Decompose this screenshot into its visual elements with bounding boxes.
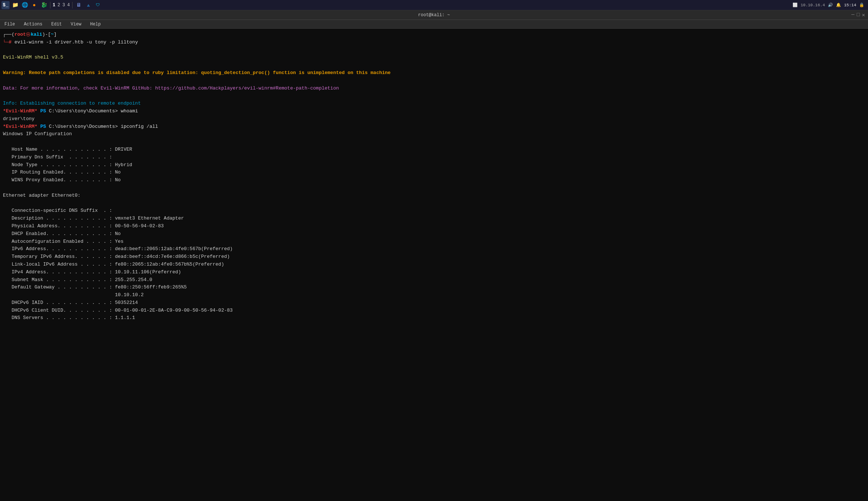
taskbar-separator [50,2,50,8]
workspace-4[interactable]: 4 [67,3,70,8]
menu-help[interactable]: Help [89,22,102,27]
ip-address: 10.10.16.4 [801,3,825,7]
data-line: Data: For more information, check Evil-W… [3,85,865,92]
menubar: File Actions Edit View Help [0,20,868,29]
ipconfig-line: DNS Servers . . . . . . . . . . . : 1.1.… [3,314,865,322]
ipconfig-line: DHCP Enabled. . . . . . . . . . . : No [3,230,865,238]
blank-line-3 [3,92,865,100]
clock: 15:14 [844,3,856,7]
ipconfig-line: Autoconfiguration Enabled . . . . : Yes [3,238,865,246]
workspace-1[interactable]: 1 [53,3,55,8]
ipconfig-line: IP Routing Enabled. . . . . . . . : No [3,169,865,176]
prompt-line-3: *Evil-WinRM* PS C:\Users\tony\Documents>… [3,123,865,131]
window-title: root@kali: ~ [418,13,450,18]
ipconfig-line: WINS Proxy Enabled. . . . . . . . : No [3,176,865,184]
ipconfig-line [3,200,865,207]
ipconfig-line: Connection-specific DNS Suffix . : [3,207,865,215]
ipconfig-line [3,184,865,192]
ipconfig-line: Subnet Mask . . . . . . . . . . . : 255.… [3,276,865,284]
taskbar-icon-app3[interactable]: ● [30,1,38,9]
prompt-line-2: *Evil-WinRM* PS C:\Users\tony\Documents>… [3,108,865,115]
ipconfig-line: Node Type . . . . . . . . . . . . : Hybr… [3,161,865,169]
taskbar: $_ 📁 🌐 ● 🐉 1 2 3 4 🖥 ⟁ 🛡 ⬜ 10.10.16.4 🔊 … [0,0,868,10]
workspace-3[interactable]: 3 [62,3,65,8]
maximize-icon[interactable]: □ [857,12,860,18]
blank-line-2 [3,77,865,85]
prompt-line-1: ┌──(root㉿kali)-[~] [3,31,865,39]
shell-version-line [3,46,865,54]
taskbar-icon-shield[interactable]: 🛡 [94,1,102,9]
menu-edit[interactable]: Edit [50,22,63,27]
taskbar-icon-files[interactable]: 📁 [11,1,19,9]
blank-line-1 [3,62,865,69]
window-titlebar: root@kali: ~ ─ □ ✕ [0,10,868,20]
ipconfig-line: Physical Address. . . . . . . . . : 00-5… [3,223,865,230]
taskbar-icon-terminal[interactable]: $_ [1,1,10,9]
shell-version: Evil-WinRM shell v3.5 [3,54,865,62]
ipconfig-line: Description . . . . . . . . . . . : vmxn… [3,215,865,223]
command-line-1: └─# evil-winrm -i driver.htb -u tony -p … [3,39,865,46]
menu-actions[interactable]: Actions [22,22,44,27]
menu-file[interactable]: File [3,22,17,27]
info-line: Info: Establishing connection to remote … [3,100,865,108]
ipconfig-line: Host Name . . . . . . . . . . . . : DRIV… [3,146,865,154]
ipconfig-line: Primary Dns Suffix . . . . . . . : [3,154,865,161]
ipconfig-line: Link-local IPv6 Address . . . . . : fe80… [3,261,865,269]
terminal-window: root@kali: ~ ─ □ ✕ File Actions Edit Vie… [0,10,868,501]
ipconfig-output: Windows IP Configuration Host Name . . .… [3,130,865,322]
ipconfig-line: Default Gateway . . . . . . . . . : fe80… [3,284,865,291]
ipconfig-line: 10.10.10.2 [3,291,865,299]
ipconfig-line: IPv4 Address. . . . . . . . . . . : 10.1… [3,269,865,276]
taskbar-separator2 [72,2,73,8]
warning-line: Warning: Remote path completions is disa… [3,69,865,77]
taskbar-icon-kali[interactable]: ⟁ [84,1,92,9]
taskbar-icon-dragon[interactable]: 🐉 [40,1,48,9]
close-icon[interactable]: ✕ [862,12,865,18]
notification-icon: 🔔 [836,3,841,7]
taskbar-icon-browser[interactable]: 🌐 [21,1,29,9]
taskbar-expand-icon: ⬜ [793,3,798,7]
volume-icon: 🔊 [828,3,833,7]
minimize-icon[interactable]: ─ [851,12,854,18]
ipconfig-line: Temporary IPv6 Address. . . . . . : dead… [3,253,865,261]
taskbar-icon-monitor[interactable]: 🖥 [75,1,83,9]
workspace-2[interactable]: 2 [57,3,60,8]
menu-view[interactable]: View [69,22,83,27]
ipconfig-line: DHCPv6 IAID . . . . . . . . . . . : 5035… [3,299,865,307]
ipconfig-line: Ethernet adapter Ethernet0: [3,192,865,200]
workspace-numbers: 1 2 3 4 [53,3,70,8]
terminal-content[interactable]: ┌──(root㉿kali)-[~] └─# evil-winrm -i dri… [0,29,868,501]
ipconfig-line: DHCPv6 Client DUID. . . . . . . . : 00-0… [3,307,865,315]
ipconfig-line [3,138,865,146]
ipconfig-line: Windows IP Configuration [3,130,865,138]
ipconfig-line: IPv6 Address. . . . . . . . . . . : dead… [3,245,865,253]
whoami-output: driver\tony [3,115,865,123]
lock-icon: 🔒 [859,3,864,7]
window-controls: ─ □ ✕ [851,12,865,18]
taskbar-right: ⬜ 10.10.16.4 🔊 🔔 15:14 🔒 [793,3,867,7]
